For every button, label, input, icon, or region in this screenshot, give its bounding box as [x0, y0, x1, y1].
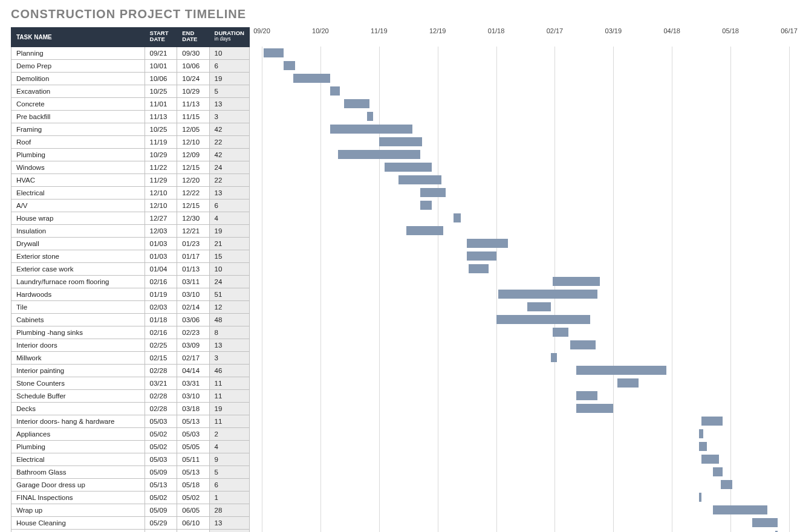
task-end-cell: 12/30 [177, 212, 209, 225]
task-name-cell: FINAL Inspections [11, 491, 145, 504]
table-row: Garage Door dress up05/1305/186 [11, 479, 250, 491]
gantt-bar [420, 201, 432, 210]
gantt-axis-tick: 12/19 [429, 27, 446, 34]
gantt-axis-tick: 06/17 [781, 27, 798, 34]
task-duration-cell: 12 [209, 301, 249, 314]
gantt-row [262, 415, 789, 427]
table-row: Insulation12/0312/2119 [11, 225, 250, 238]
gantt-row [262, 97, 789, 110]
task-start-cell: 02/16 [145, 276, 177, 288]
gantt-row [262, 440, 789, 453]
task-start-cell: 12/10 [145, 187, 177, 199]
task-start-cell: 10/29 [145, 149, 177, 161]
task-name-cell: Demolition [11, 73, 145, 85]
task-name-cell: Framing [11, 123, 145, 136]
table-row: HVAC11/2912/2022 [11, 174, 250, 187]
task-start-cell: 02/16 [145, 326, 177, 339]
table-row: Appliances05/0205/032 [11, 428, 250, 441]
task-name-cell: Excavation [11, 85, 145, 98]
task-name-cell: Electrical [11, 453, 145, 466]
table-row: Complete06/1006/101 [11, 530, 250, 533]
task-end-cell: 05/03 [177, 428, 209, 441]
task-duration-cell: 10 [209, 263, 249, 276]
gantt-row [262, 148, 789, 161]
gantt-row [262, 529, 789, 532]
task-end-cell: 06/10 [177, 530, 209, 533]
gantt-axis-tick: 03/19 [605, 27, 622, 34]
task-end-cell: 05/13 [177, 466, 209, 479]
task-duration-cell: 1 [209, 530, 249, 533]
page-title: CONSTRUCTION PROJECT TIMELINE [11, 7, 789, 21]
task-name-cell: Insulation [11, 225, 145, 238]
task-start-cell: 11/01 [145, 98, 177, 111]
table-row: Exterior stone01/0301/1715 [11, 250, 250, 263]
table-row: Plumbing10/2912/0942 [11, 149, 250, 161]
gantt-bar [570, 340, 596, 349]
task-end-cell: 05/05 [177, 441, 209, 453]
table-row: Electrical05/0305/119 [11, 453, 250, 466]
gantt-bar [551, 353, 557, 362]
col-header-duration-sub: in days [215, 36, 244, 42]
table-row: Roof11/1912/1022 [11, 136, 250, 149]
gantt-bar [701, 417, 723, 426]
task-duration-cell: 46 [209, 365, 249, 377]
task-duration-cell: 10 [209, 47, 249, 60]
task-end-cell: 02/23 [177, 326, 209, 339]
task-end-cell: 10/06 [177, 60, 209, 73]
task-duration-cell: 24 [209, 161, 249, 174]
task-end-cell: 12/21 [177, 225, 209, 238]
gantt-bar [617, 378, 639, 388]
gantt-row [262, 453, 789, 465]
task-duration-cell: 28 [209, 504, 249, 517]
task-name-cell: Appliances [11, 428, 145, 441]
task-duration-cell: 5 [209, 85, 249, 98]
gantt-body [262, 47, 789, 532]
task-end-cell: 01/17 [177, 250, 209, 263]
task-name-cell: Roof [11, 136, 145, 149]
task-name-cell: A/V [11, 199, 145, 212]
task-duration-cell: 19 [209, 225, 249, 238]
task-duration-cell: 2 [209, 428, 249, 441]
task-start-cell: 12/27 [145, 212, 177, 225]
task-name-cell: Decks [11, 403, 145, 415]
gantt-bar [699, 442, 707, 451]
task-duration-cell: 3 [209, 111, 249, 123]
task-end-cell: 12/15 [177, 161, 209, 174]
task-start-cell: 12/10 [145, 199, 177, 212]
task-end-cell: 12/09 [177, 149, 209, 161]
task-duration-cell: 51 [209, 288, 249, 301]
table-row: Planning09/2109/3010 [11, 47, 250, 60]
table-row: Plumbing05/0205/054 [11, 441, 250, 453]
task-name-cell: Plumbing -hang sinks [11, 326, 145, 339]
gantt-row [262, 72, 789, 85]
task-duration-cell: 22 [209, 174, 249, 187]
gantt-bar [398, 175, 441, 184]
task-start-cell: 11/22 [145, 161, 177, 174]
task-duration-cell: 11 [209, 415, 249, 428]
task-name-cell: Laundry/furnace room flooring [11, 276, 145, 288]
gantt-row [262, 351, 789, 364]
task-start-cell: 01/04 [145, 263, 177, 276]
gantt-row [262, 199, 789, 212]
gantt-row [262, 288, 789, 300]
table-row: Decks02/2803/1819 [11, 403, 250, 415]
gantt-bar [406, 226, 443, 235]
col-header-end: END DATE [177, 28, 209, 47]
task-name-cell: Demo Prep [11, 60, 145, 73]
task-duration-cell: 11 [209, 377, 249, 390]
task-name-cell: Planning [11, 47, 145, 60]
task-start-cell: 06/10 [145, 530, 177, 533]
task-end-cell: 06/05 [177, 504, 209, 517]
task-name-cell: Drywall [11, 238, 145, 250]
task-end-cell: 10/24 [177, 73, 209, 85]
gantt-axis-tick: 05/18 [722, 27, 739, 34]
gantt-bar [385, 163, 432, 172]
task-duration-cell: 13 [209, 98, 249, 111]
task-end-cell: 05/13 [177, 415, 209, 428]
task-start-cell: 02/28 [145, 403, 177, 415]
task-end-cell: 06/10 [177, 517, 209, 530]
layout: TASK NAME START DATE END DATE DURATION i… [11, 27, 789, 532]
table-row: Exterior case work01/0401/1310 [11, 263, 250, 276]
task-end-cell: 01/23 [177, 238, 209, 250]
task-start-cell: 01/18 [145, 314, 177, 326]
